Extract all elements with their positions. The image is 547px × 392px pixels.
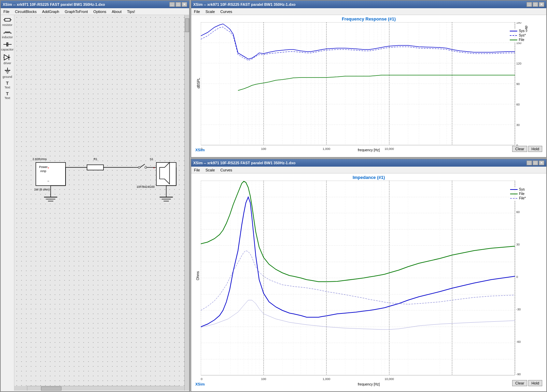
svg-text:−: − [47,179,50,183]
imp-action-buttons: Clear Hold [512,380,542,386]
schematic-title-bar: XSim -- xrk971 10F-RS225 FAST paralel BW… [1,1,189,8]
menu-circuitblocks[interactable]: CircuitBlocks [14,10,38,14]
imp-menu-file[interactable]: File [193,168,201,172]
svg-text:180: 180 [516,22,521,24]
imp-graph-content: Impedance (#1) Ohms [191,173,546,391]
imp-menu-bar: File Scale Curves [191,167,546,173]
imp-maximize-button[interactable]: □ [533,160,538,165]
menu-tips[interactable]: Tips! [126,10,136,14]
horizontal-scrollbar[interactable] [27,386,180,391]
maximize-button[interactable]: □ [176,2,181,7]
svg-text:-30: -30 [516,308,521,311]
freq-graph-content: Frequency Response (#1) dBSPL Gap [191,15,546,157]
imp-legend-file-label: File [519,192,524,196]
imp-xsim-label: XSim [195,382,205,386]
minimize-button[interactable]: _ [169,2,175,7]
menu-options[interactable]: Options [92,10,108,14]
svg-text:2.828Vrms: 2.828Vrms [32,157,47,161]
tool-driver-label: driver [3,61,11,65]
freq-clear-button[interactable]: Clear [512,146,527,152]
imp-title: XSim -- xrk971 10F-RS225 FAST paralel BW… [193,161,296,165]
imp-legend-sys-label: Sys [519,187,525,191]
tool-driver[interactable]: driver [1,53,14,65]
svg-text:-60: -60 [516,340,521,344]
schematic-window-controls: _ □ ✕ [169,2,187,7]
svg-text:120: 120 [516,62,521,65]
svg-rect-1 [5,18,10,21]
imp-clear-button[interactable]: Clear [512,380,527,386]
imp-hold-button[interactable]: Hold [528,380,542,386]
svg-text:100: 100 [261,147,266,151]
freq-title: XSim -- xrk971 10F-RS225 FAST paralel BW… [193,2,296,6]
svg-point-32 [145,166,147,168]
freq-menu-curves[interactable]: Curves [219,10,234,14]
freq-menu-scale[interactable]: Scale [204,10,216,14]
menu-about[interactable]: About [110,10,123,14]
imp-legend: Sys File File* [510,187,526,201]
scroll-thumb[interactable] [185,18,189,32]
circuit-diagram: Power Amp + − 2.828Vrms 1W (8 ohm) R1 [14,15,184,386]
freq-x-label: frequency [Hz] [358,148,380,152]
imp-graph-svg: 24 22 20 18 16 14 12 10 8 6 4 2 0 10 100… [201,181,522,386]
svg-point-30 [138,166,140,168]
svg-rect-26 [87,165,103,170]
imp-title-bar: XSim -- xrk971 10F-RS225 FAST paralel BW… [191,159,546,167]
svg-text:90: 90 [516,82,520,86]
imp-x-label: frequency [Hz] [358,382,380,386]
tool-inductor-label: inductor [2,36,13,39]
freq-menu-file[interactable]: File [193,10,201,14]
imp-menu-curves[interactable]: Curves [219,168,234,172]
svg-text:1,000: 1,000 [323,147,331,151]
tool-text2-label: Text [4,96,10,100]
svg-text:100: 100 [261,377,266,381]
svg-text:60: 60 [516,103,520,106]
freq-title-bar: XSim -- xrk971 10F-RS225 FAST paralel BW… [191,1,546,8]
svg-text:90: 90 [516,181,520,181]
freq-maximize-button[interactable]: □ [533,2,538,7]
imp-legend-file-star: File* [510,196,526,200]
legend-sys-star-label: Sys* [519,33,526,37]
imp-window-controls: _ □ ✕ [527,160,544,165]
tool-text1-label: Text [4,86,10,89]
vertical-scrollbar[interactable] [184,15,189,391]
tool-resistor[interactable]: resistor [1,16,14,27]
svg-marker-9 [4,55,9,60]
imp-close-button[interactable]: ✕ [539,160,544,165]
freq-hold-button[interactable]: Hold [528,146,542,152]
tool-ground-label: ground [2,75,12,79]
svg-text:10: 10 [201,377,202,381]
tool-inductor[interactable]: inductor [1,29,14,39]
freq-minimize-button[interactable]: _ [527,2,532,7]
freq-legend: Sys Sys* File [510,29,526,42]
close-button[interactable]: ✕ [182,2,187,7]
svg-text:10,000: 10,000 [384,147,394,151]
menu-graphtofront[interactable]: GraphToFront [63,10,89,14]
svg-text:+: + [153,166,155,170]
svg-text:-90: -90 [516,373,521,376]
imp-minimize-button[interactable]: _ [527,160,532,165]
menu-file[interactable]: File [2,10,11,14]
freq-graph-title: Frequency Response (#1) [193,16,545,22]
legend-file-label: File [519,38,524,42]
freq-close-button[interactable]: ✕ [539,2,544,7]
imp-menu-scale[interactable]: Scale [204,168,216,172]
legend-sys-label: Sys [519,29,524,33]
tool-text1[interactable]: T Text [1,81,14,89]
tool-text2[interactable]: T Text [1,91,14,100]
svg-text:1W (8 ohm): 1W (8 ohm) [34,188,50,191]
freq-y-left-label: dBSPL [197,78,200,88]
schematic-canvas[interactable]: Power Amp + − 2.828Vrms 1W (8 ohm) R1 [14,15,184,386]
svg-text:+: + [47,166,50,170]
imp-y-left-label: Ohms [196,271,200,280]
legend-sys: Sys [510,29,526,33]
svg-text:R1: R1 [94,157,97,161]
tool-ground[interactable]: ground [1,67,14,79]
schematic-content: resistor inductor capacitor [1,15,189,391]
imp-graph-title: Impedance (#1) [193,175,545,180]
menu-addgraph[interactable]: AddGraph [41,10,60,14]
freq-action-buttons: Clear Hold [512,146,542,152]
driver-icon [3,53,12,61]
tool-capacitor[interactable]: capacitor [1,41,14,51]
freq-window-controls: _ □ ✕ [527,2,544,7]
imp-legend-sys: Sys [510,187,526,191]
